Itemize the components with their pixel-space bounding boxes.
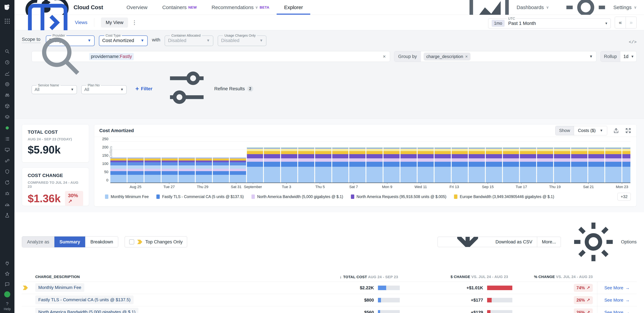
chart-bar[interactable] (213, 158, 229, 183)
cube-icon[interactable] (4, 103, 10, 109)
chart-bar[interactable] (622, 148, 630, 183)
chart-bar[interactable] (605, 148, 622, 183)
summary-tab[interactable]: Summary (54, 236, 85, 247)
chart-bar[interactable] (332, 148, 348, 183)
chart-bar[interactable] (588, 148, 604, 183)
breakdown-tab[interactable]: Breakdown (85, 236, 118, 247)
datadog-logo-icon[interactable] (3, 0, 12, 15)
chart-bar[interactable] (315, 148, 332, 183)
plug-icon[interactable] (4, 260, 10, 267)
options-button[interactable]: Options (568, 217, 636, 267)
charge-description-link[interactable]: Fastly TLS - Commercial CA (5 units @ $1… (35, 295, 134, 304)
chart-bar[interactable] (162, 158, 178, 183)
time-range-select[interactable]: UTC 1mo Past 1 Month ▾ (488, 17, 611, 29)
chart-bar[interactable] (247, 148, 263, 183)
time-forward-button[interactable]: » (626, 17, 636, 28)
chart-bar[interactable] (503, 148, 519, 183)
query-token[interactable]: providername:Fastly (89, 53, 134, 60)
see-more-link[interactable]: See More → (604, 310, 630, 313)
apps-grid-icon[interactable] (4, 18, 10, 25)
gauge-icon[interactable] (4, 201, 10, 208)
plan-no-filter[interactable]: Plan No All ▼ (81, 83, 127, 94)
rollup-control[interactable]: Rollup 1d▼ (600, 51, 636, 62)
chart-bar[interactable] (144, 158, 161, 183)
chart-bar[interactable] (128, 158, 144, 183)
service-name-filter[interactable]: Service Name All ▼ (32, 83, 77, 94)
layers-icon[interactable] (4, 114, 10, 120)
user-avatar[interactable] (4, 291, 10, 297)
help-button[interactable]: ? Help (4, 301, 10, 311)
tab-recommendations[interactable]: Recommendations∨BETA (204, 0, 277, 15)
group-by-chip[interactable]: charge_description× (424, 53, 470, 61)
expand-chart-icon[interactable] (625, 127, 632, 134)
see-more-link[interactable]: See More → (604, 285, 630, 290)
legend-item[interactable]: North America Bandwidth (5,000 gigabytes… (252, 194, 343, 199)
chart-bar[interactable] (384, 148, 400, 183)
chart-bar[interactable] (196, 158, 212, 183)
top-changes-checkbox[interactable] (129, 239, 134, 244)
view-options-kebab-icon[interactable]: ⋮ (132, 19, 137, 26)
legend-item[interactable]: Fastly TLS - Commercial CA (5 units @ $1… (156, 194, 244, 199)
clear-search-icon[interactable]: × (383, 54, 386, 59)
col-percent-change[interactable]: % CHANGE VS. JUL 24 - AUG 23 (516, 275, 597, 279)
download-csv-button[interactable]: Download as CSV (438, 237, 537, 247)
chart-bar[interactable] (400, 148, 417, 183)
chart-bar[interactable] (486, 148, 502, 183)
chart-bar[interactable] (298, 148, 314, 183)
cost-type-select[interactable]: Cost Type Cost Amortized ▼ (99, 34, 148, 46)
group-by-control[interactable]: Group by charge_description× ▼ (394, 51, 596, 62)
col-dollar-change[interactable]: $ CHANGE VS. JUL 24 - AUG 23 (403, 275, 516, 279)
legend-item[interactable]: Monthly Minimum Fee (105, 194, 149, 199)
query-search-input[interactable]: providername:Fastly × (32, 51, 390, 62)
search-icon[interactable] (4, 48, 10, 55)
chart-bar[interactable] (452, 148, 468, 183)
chart-bar[interactable] (264, 148, 280, 183)
history-icon[interactable] (4, 59, 10, 66)
binoculars-icon[interactable] (4, 92, 10, 99)
remove-chip-icon[interactable]: × (465, 54, 468, 59)
chart-bar[interactable] (281, 148, 297, 183)
see-more-link[interactable]: See More → (604, 297, 630, 303)
refine-results-button[interactable]: Refine Results 2 (162, 64, 253, 114)
chart-bar[interactable] (366, 148, 383, 183)
time-back-button[interactable]: « (615, 17, 626, 28)
export-chart-icon[interactable] (613, 127, 619, 134)
chart-bar[interactable] (178, 158, 195, 183)
charge-description-link[interactable]: Monthly Minimum Fee (35, 283, 84, 292)
monitor-icon[interactable] (4, 146, 10, 153)
target-icon[interactable] (4, 81, 10, 88)
chart-bar[interactable] (230, 158, 246, 183)
shield-icon[interactable] (4, 168, 10, 175)
current-view-tab[interactable]: My View (101, 18, 128, 28)
link-icon[interactable] (4, 157, 10, 164)
list-icon[interactable] (4, 136, 10, 142)
chat-icon[interactable] (4, 281, 10, 288)
add-filter-button[interactable]: + Filter (136, 85, 152, 92)
green-status-icon[interactable] (4, 125, 10, 131)
chart-bar[interactable] (520, 148, 536, 183)
legend-more-series-button[interactable]: +32 (618, 193, 631, 201)
flask-icon[interactable] (4, 212, 10, 219)
chart-bar[interactable] (418, 148, 434, 183)
bug-icon[interactable] (4, 190, 10, 197)
line-chart-icon[interactable] (4, 70, 10, 77)
chart-bar[interactable] (349, 148, 366, 183)
col-total-cost[interactable]: ↓TOTAL COST AUG 24 - SEP 23 (324, 274, 403, 279)
code-view-icon[interactable]: </> (629, 40, 636, 45)
stacked-bar-chart[interactable]: Dollars 050100150200250 (110, 142, 630, 183)
chart-bar[interactable] (434, 148, 451, 183)
chart-bar[interactable] (571, 148, 588, 183)
chart-bar[interactable] (110, 158, 127, 183)
legend-item[interactable]: North America Requests (95,918.508 units… (351, 194, 446, 199)
tab-explorer[interactable]: Explorer (277, 0, 310, 15)
top-changes-only-toggle[interactable]: Top Changes Only (125, 236, 187, 247)
more-button[interactable]: More... (537, 237, 561, 247)
chart-show-select[interactable]: Show Costs ($)▼ (555, 126, 607, 135)
chart-bar[interactable] (554, 148, 570, 183)
star-icon[interactable] (4, 270, 10, 277)
charge-description-link[interactable]: North America Bandwidth (5,000 gigabytes… (35, 308, 138, 313)
col-charge-description[interactable]: CHARGE_DESCRIPTION (35, 275, 324, 279)
chart-bar[interactable] (537, 148, 553, 183)
tab-containers[interactable]: ContainersNEW (155, 0, 204, 15)
chart-bar[interactable] (469, 148, 485, 183)
